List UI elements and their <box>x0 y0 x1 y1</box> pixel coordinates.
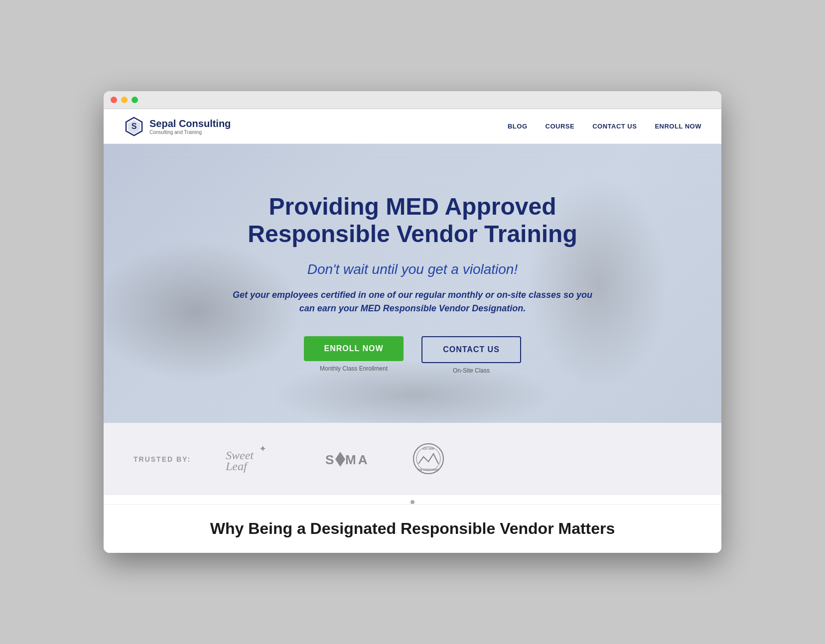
sweetleaf-svg: Sweet Leaf ✦ <box>223 444 288 474</box>
browser-window: S Sepal Consulting Consulting and Traini… <box>104 91 721 553</box>
svg-marker-7 <box>335 452 345 467</box>
logo-text: Sepal Consulting Consulting and Training <box>149 118 231 135</box>
soma-svg: S MA <box>323 447 378 472</box>
bottom-title: Why Being a Designated Responsible Vendo… <box>134 519 691 538</box>
svg-text:MA: MA <box>345 452 369 467</box>
site-header: S Sepal Consulting Consulting and Traini… <box>104 109 721 144</box>
svg-point-10 <box>416 447 440 471</box>
svg-text:✦: ✦ <box>259 444 267 454</box>
soma-logo: S MA <box>323 447 378 472</box>
maximize-button[interactable] <box>132 97 138 103</box>
enroll-label: Monthly Class Enrollment <box>320 365 388 372</box>
contact-us-button[interactable]: CONTACT US <box>421 336 521 363</box>
nav-blog[interactable]: BLOG <box>508 123 528 130</box>
logo-area[interactable]: S Sepal Consulting Consulting and Traini… <box>124 116 231 137</box>
scroll-indicator <box>104 495 721 504</box>
sweetleaf-logo: Sweet Leaf ✦ <box>223 444 288 474</box>
hero-buttons: ENROLL NOW Monthly Class Enrollment CONT… <box>228 336 597 374</box>
brand-logos: Sweet Leaf ✦ S MA <box>223 443 691 475</box>
hero-body-text: Get your employees certified in one of o… <box>228 288 597 315</box>
dispensary-logo: THE DISPENSARY EST 2009 <box>412 443 445 475</box>
scroll-dot <box>411 500 414 504</box>
nav-course[interactable]: COURSE <box>546 123 575 130</box>
trusted-section: TRUSTED BY: Sweet Leaf ✦ S MA <box>104 423 721 495</box>
hero-title: Providing MED Approved Responsible Vendo… <box>228 193 597 248</box>
trusted-label: TRUSTED BY: <box>134 455 193 463</box>
svg-text:S: S <box>132 122 137 130</box>
svg-text:S: S <box>325 452 336 467</box>
hero-subtitle: Don't wait until you get a violation! <box>228 261 597 277</box>
nav-contact[interactable]: CONTACT US <box>592 123 637 130</box>
minimize-button[interactable] <box>121 97 128 103</box>
contact-label: On-Site Class <box>453 367 490 374</box>
svg-text:THE DISPENSARY: THE DISPENSARY <box>417 468 439 471</box>
logo-icon: S <box>124 116 144 137</box>
nav-enroll[interactable]: ENROLL NOW <box>655 123 701 130</box>
bottom-section: Why Being a Designated Responsible Vendo… <box>104 504 721 553</box>
enroll-now-button[interactable]: ENROLL NOW <box>304 336 404 361</box>
hero-section: Providing MED Approved Responsible Vendo… <box>104 144 721 423</box>
close-button[interactable] <box>111 97 117 103</box>
hero-content: Providing MED Approved Responsible Vendo… <box>188 193 637 374</box>
dispensary-svg: THE DISPENSARY EST 2009 <box>412 443 445 475</box>
nav-links: BLOG COURSE CONTACT US ENROLL NOW <box>508 123 701 130</box>
svg-text:Leaf: Leaf <box>225 460 249 473</box>
titlebar <box>104 91 721 109</box>
logo-company-name: Sepal Consulting <box>149 118 231 129</box>
contact-btn-group: CONTACT US On-Site Class <box>421 336 521 374</box>
logo-tagline: Consulting and Training <box>149 129 231 135</box>
enroll-btn-group: ENROLL NOW Monthly Class Enrollment <box>304 336 404 372</box>
svg-text:EST 2009: EST 2009 <box>423 447 434 450</box>
